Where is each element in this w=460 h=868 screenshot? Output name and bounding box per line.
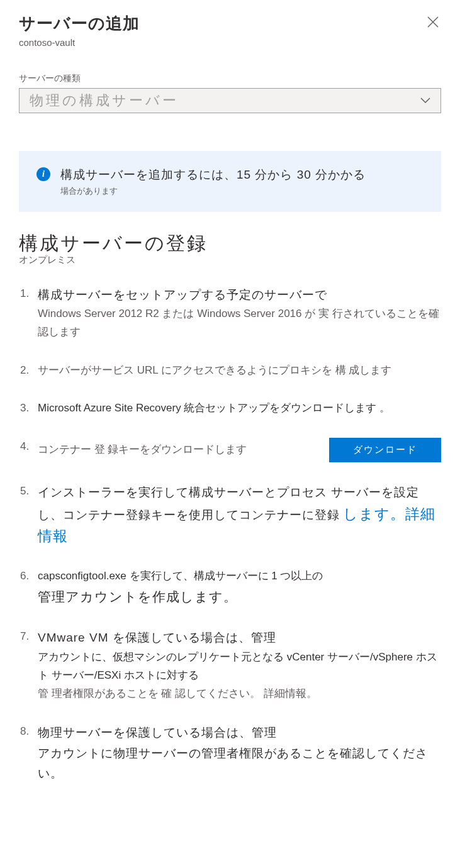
step-4: コンテナー 登 録キーをダウンロードします ダウンロード — [38, 438, 441, 462]
page-subtitle: contoso-vault — [19, 37, 441, 48]
step-text: コンテナー 登 録キーをダウンロードします — [38, 441, 247, 459]
step-text: 構成サーバーをセットアップする予定のサーバーで — [38, 288, 327, 301]
step-6: capsconfigtool.exe を実行して、構成サーバーに 1 つ以上の … — [38, 567, 441, 608]
step-5: インストーラーを実行して構成サーバーとプロセス サーバーを設定し、コンテナー登録… — [38, 482, 441, 547]
step-8: 物理サーバーを保護している場合は、管理 アカウントに物理サーバーの管理者権限があ… — [38, 723, 441, 784]
dropdown-selected-value: 物理の構成サーバー — [30, 91, 179, 110]
step-2: サーバーがサービス URL にアクセスできるようにプロキシを 構 成します — [38, 362, 441, 380]
step-1: 構成サーバーをセットアップする予定のサーバーで Windows Server 2… — [38, 285, 441, 342]
step-text: アカウントに物理サーバーの管理者権限があることを確認してください。 — [38, 747, 428, 780]
step-text: サーバーがサービス URL にアクセスできるようにプロキシを 構 成します — [38, 364, 391, 376]
close-icon — [427, 16, 439, 28]
server-type-label: サーバーの種類 — [19, 73, 441, 84]
info-text-sub: 場合があります — [60, 186, 366, 197]
info-banner: i 構成サーバーを追加するには、15 分から 30 分かかる 場合があります — [19, 151, 441, 212]
step-text: アカウントに、仮想マシンのレプリケート元となる vCenter サーバー/vSp… — [38, 651, 437, 681]
step-text: VMware VM を保護している場合は、管理 — [38, 631, 276, 644]
section-title: 構成サーバーの登録 — [19, 231, 441, 257]
step-text: capsconfigtool.exe を実行して、構成サーバーに 1 つ以上の — [38, 570, 323, 582]
close-button[interactable] — [425, 13, 441, 33]
step-3: Microsoft Azure Site Recovery 統合セットアップをダ… — [38, 399, 441, 418]
step-text: 物理サーバーを保護している場合は、管理 — [38, 726, 277, 739]
info-icon: i — [36, 167, 50, 181]
step-text: 管 理者権限があることを 確 認してください。 詳細情報。 — [38, 687, 317, 699]
step-text: Microsoft Azure Site Recovery 統合セットアップをダ… — [38, 402, 390, 414]
chevron-down-icon — [420, 95, 430, 106]
server-type-dropdown[interactable]: 物理の構成サーバー — [19, 88, 441, 113]
info-text-main: 構成サーバーを追加するには、15 分から 30 分かかる — [60, 166, 366, 184]
steps-list: 構成サーバーをセットアップする予定のサーバーで Windows Server 2… — [19, 285, 441, 784]
step-text: Windows Server 2012 R2 または Windows Serve… — [38, 308, 439, 338]
page-title: サーバーの追加 — [19, 13, 140, 35]
download-button[interactable]: ダウンロード — [329, 438, 441, 462]
step-7: VMware VM を保護している場合は、管理 アカウントに、仮想マシンのレプリ… — [38, 628, 441, 703]
step-text: 管理アカウントを作成します。 — [38, 589, 237, 604]
